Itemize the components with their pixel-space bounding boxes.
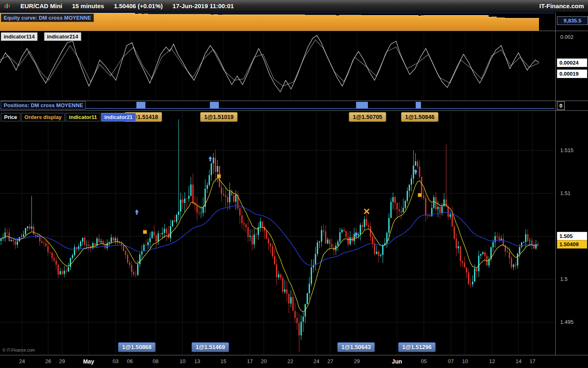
price-axis-tick: 1.515 (560, 147, 574, 153)
positions-axis: 0 (556, 101, 588, 110)
order-label-top[interactable]: 1@1.50705 (349, 112, 386, 122)
date-axis-day: 24 (314, 358, 319, 364)
title-bar: EUR/CAD Mini 15 minutes 1.50406 (+0.01%)… (0, 0, 588, 12)
date-axis-day: 17 (530, 358, 535, 364)
price-axis-tick: 1.5 (560, 276, 568, 282)
date-axis-day: 29 (354, 358, 360, 364)
price-panel[interactable]: Price Orders display indicator11 indicat… (0, 111, 555, 355)
last-price-badge: 1.50409 (557, 240, 587, 249)
positions-label[interactable]: Positions: DM cross MOYENNE (1, 101, 86, 110)
date-axis-month: May (83, 358, 94, 365)
date-axis-day: 06 (127, 358, 133, 364)
panel-separator (0, 110, 588, 111)
positions-axis-value: 0 (557, 101, 565, 110)
date-axis-day: 29 (59, 358, 65, 364)
order-label-bottom[interactable]: 1@1.50643 (337, 342, 375, 352)
equity-curve-label[interactable]: Equity curve: DM cross MOYENNE (1, 13, 94, 22)
date-axis-day: 15 (220, 358, 226, 364)
date-axis[interactable]: 242629May030608101315172022242729Jun0507… (0, 355, 555, 368)
positions-panel[interactable]: Positions: DM cross MOYENNE (0, 101, 555, 110)
order-square-icon (217, 174, 221, 178)
date-axis-day: 05 (421, 358, 427, 364)
watermark: © IT-Finance.com (2, 348, 35, 352)
panel-separator (0, 355, 588, 355)
orders-display-label[interactable]: Orders display (21, 113, 65, 121)
ma-fast-line (1, 177, 538, 312)
date-axis-day: 24 (19, 358, 25, 364)
order-square-icon (143, 230, 147, 234)
order-square-icon (418, 193, 422, 197)
order-label-top[interactable]: 1@1.51019 (200, 112, 238, 122)
indicator-axis: 0.002 0.00024 0.00019 (556, 31, 588, 101)
order-label-bottom[interactable]: 1@1.51469 (192, 342, 229, 352)
ma-slow-line (1, 206, 538, 265)
axis-separator (555, 13, 556, 355)
price-axis-tick: 1.505 (557, 232, 587, 240)
date-axis-day: 20 (261, 358, 267, 364)
order-label-bottom[interactable]: 1@1.50868 (118, 342, 156, 352)
order-label-bottom[interactable]: 1@1.51296 (398, 342, 436, 352)
equity-axis: 9,835.5 (556, 13, 588, 31)
buy-arrow-icon (208, 156, 212, 162)
symbol-name: EUR/CAD Mini (20, 2, 62, 9)
brand-label: IT-Finance.com (539, 2, 584, 9)
date-axis-day: 03 (113, 358, 118, 364)
price-axis-tick: 1.51 (560, 190, 570, 196)
price-label[interactable]: Price (1, 113, 20, 121)
panel-separator (0, 101, 588, 101)
equity-panel-highlight (0, 13, 555, 13)
indicator11-label[interactable]: indicator11 (66, 113, 100, 121)
date-axis-day: 10 (180, 358, 185, 364)
datetime-label: 17-Jun-2019 11:00:01 (173, 2, 234, 9)
buy-arrow-icon (414, 169, 417, 174)
trading-app-window: EUR/CAD Mini 15 minutes 1.50406 (+0.01%)… (0, 0, 588, 368)
date-axis-day: 13 (194, 358, 200, 364)
date-axis-day: 08 (153, 358, 158, 364)
price-axis-tick: 1.495 (560, 319, 574, 325)
date-axis-day: 14 (516, 358, 521, 364)
buy-arrow-icon (135, 209, 139, 215)
indicator-axis-tick: 0.002 (560, 34, 574, 40)
indicator21-label[interactable]: indicator21 (101, 113, 136, 121)
indicator-chart[interactable] (0, 31, 555, 101)
order-label-top[interactable]: 1@1.50846 (401, 112, 439, 122)
indicator114-value: 0.00024 (557, 58, 587, 67)
price-panel-labels: Price Orders display indicator11 indicat… (1, 113, 136, 121)
indicator214-value: 0.00019 (557, 70, 587, 78)
date-axis-day: 10 (462, 358, 468, 364)
date-axis-month: Jun (392, 358, 402, 365)
indicator214-label[interactable]: indicator214 (44, 32, 81, 41)
indicator-panel[interactable]: indicator114 indicator214 (0, 31, 555, 101)
date-axis-day: 12 (489, 358, 495, 364)
candlestick-series (0, 119, 539, 352)
chart-icon (4, 3, 11, 9)
date-axis-day: 27 (327, 358, 333, 364)
date-axis-day: 22 (287, 358, 293, 364)
indicator114-label[interactable]: indicator114 (1, 32, 38, 41)
timeframe-label: 15 minutes (72, 2, 104, 9)
price-chart[interactable] (0, 111, 555, 355)
equity-axis-value: 9,835.5 (557, 16, 588, 25)
date-axis-day: 07 (448, 358, 454, 364)
equity-curve-panel[interactable]: Equity curve: DM cross MOYENNE (0, 13, 555, 31)
date-axis-day: 26 (45, 358, 51, 364)
last-price-change: 1.50406 (+0.01%) (114, 2, 163, 9)
panel-separator (0, 31, 588, 31)
price-axis: 1.5151.511.5051.51.4951.50409 (556, 111, 588, 355)
date-axis-day: 17 (247, 358, 253, 364)
